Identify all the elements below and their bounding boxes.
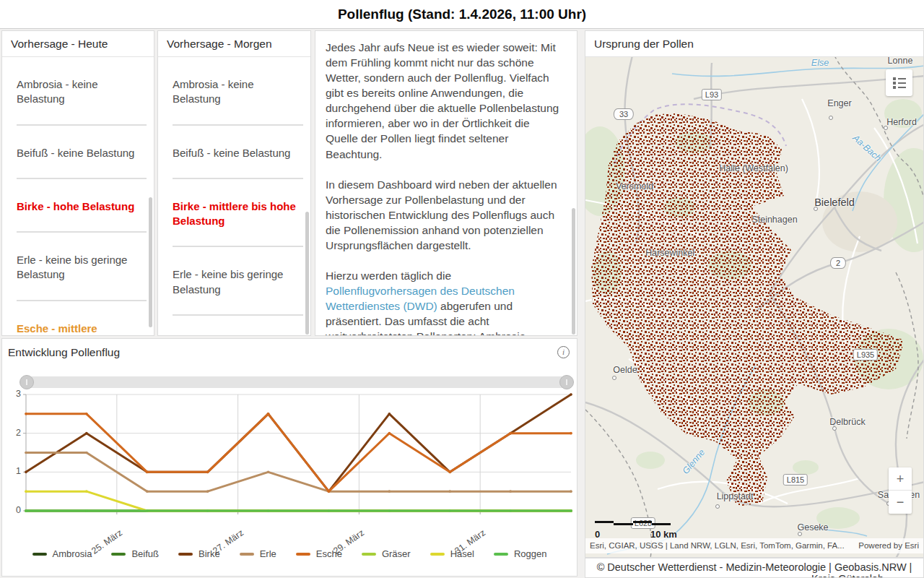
road-shield: L93 bbox=[702, 89, 722, 100]
scrollbar[interactable] bbox=[149, 197, 152, 327]
forecast-item: Ambrosia - keine Belastung bbox=[2, 57, 154, 124]
legend-item-Ambrosia[interactable]: Ambrosia bbox=[32, 548, 92, 559]
map-label-city: Oelde bbox=[613, 365, 637, 375]
map-graphics bbox=[585, 56, 923, 557]
data-point bbox=[206, 490, 209, 493]
time-range-slider[interactable] bbox=[21, 376, 572, 388]
legend-item-Roggen[interactable]: Roggen bbox=[494, 548, 547, 559]
legend-item-Birke[interactable]: Birke bbox=[178, 548, 220, 559]
map-canvas[interactable]: ElseLonneEngerHerfordAa-BachHalle (Westf… bbox=[585, 56, 923, 557]
footer-credits: © Deutscher Wetterdienst - Medizin-Meteo… bbox=[585, 558, 924, 578]
legend-item-Erle[interactable]: Erle bbox=[240, 548, 276, 559]
data-point bbox=[267, 471, 270, 474]
slider-handle-right[interactable] bbox=[559, 375, 574, 389]
data-point bbox=[25, 509, 27, 512]
legend-label: Esche bbox=[316, 548, 342, 559]
panel-map: Ursprung der Pollen bbox=[585, 30, 924, 558]
data-point bbox=[570, 490, 572, 493]
legend-item-Hasel[interactable]: Hasel bbox=[430, 548, 474, 559]
slider-handle-left[interactable] bbox=[19, 375, 34, 389]
city-dot bbox=[829, 116, 833, 120]
powered-by-esri[interactable]: Powered by Esri bbox=[858, 538, 919, 553]
map-label-city: Versmold bbox=[616, 181, 653, 191]
paragraph: Hierzu werden täglich die Pollenflugvorh… bbox=[326, 268, 564, 336]
app-header: Pollenflug (Stand: 1.4.2026, 11:00 Uhr) bbox=[0, 0, 924, 29]
chart-title: Entwicklung Pollenflug bbox=[8, 346, 120, 359]
map-legend-button[interactable] bbox=[886, 69, 912, 96]
legend-swatch bbox=[362, 553, 376, 556]
credit-line-2: Kreis Gütersloh bbox=[585, 573, 923, 578]
legend-label: Erle bbox=[260, 548, 276, 559]
legend-label: Hasel bbox=[450, 548, 474, 559]
zoom-out-button[interactable]: − bbox=[889, 491, 912, 514]
map-attribution: Esri, CGIAR, USGS | Land NRW, LGLN, Esri… bbox=[585, 538, 923, 553]
chart-legend: AmbrosiaBeifußBirkeErleEscheGräserHaselR… bbox=[2, 548, 577, 559]
legend-swatch bbox=[296, 553, 310, 556]
legend-swatch bbox=[32, 553, 47, 556]
data-point bbox=[388, 432, 391, 435]
series-line-Hasel bbox=[26, 491, 571, 511]
data-point bbox=[448, 471, 451, 474]
forecast-item: Ambrosia - keine Belastung bbox=[158, 57, 310, 124]
map-label-city-lg: Bielefeld bbox=[814, 197, 855, 208]
series-line-Esche bbox=[26, 414, 571, 491]
scrollbar[interactable] bbox=[572, 208, 575, 335]
legend-swatch bbox=[178, 553, 193, 556]
legend-item-Beifuß[interactable]: Beifuß bbox=[111, 548, 159, 559]
data-point bbox=[509, 490, 512, 493]
y-tick-label: 1 bbox=[4, 466, 21, 476]
forecast-item: Birke - hohe Belastung bbox=[2, 179, 154, 231]
road-shield: 33 bbox=[614, 108, 634, 120]
map-zoom-controls: + − bbox=[889, 467, 912, 514]
legend-item-Gräser[interactable]: Gräser bbox=[362, 548, 411, 559]
map-label-city: Harsewinkel bbox=[645, 248, 694, 258]
legend-label: Ambrosia bbox=[53, 548, 92, 559]
legend-swatch bbox=[240, 553, 254, 556]
data-point bbox=[206, 509, 209, 512]
text-segment: Jedes Jahr aufs Neue ist es wieder sowei… bbox=[326, 41, 559, 160]
paragraph: In diesem Dashboard wird neben der aktue… bbox=[326, 177, 564, 253]
text-segment: In diesem Dashboard wird neben der aktue… bbox=[326, 178, 557, 251]
data-point bbox=[267, 413, 270, 415]
legend-item-Esche[interactable]: Esche bbox=[296, 548, 342, 559]
legend-swatch bbox=[494, 553, 508, 556]
forecast-list-today: Ambrosia - keine BelastungBeifuß - keine… bbox=[2, 57, 154, 336]
data-point bbox=[146, 490, 149, 493]
data-point bbox=[509, 509, 512, 512]
panel-chart: Entwicklung Pollenflug i 0123 25. März27… bbox=[1, 338, 578, 577]
road-shield: L815 bbox=[783, 474, 808, 486]
y-tick-label: 0 bbox=[4, 505, 21, 515]
map-label-city: Halle (Westfalen) bbox=[719, 163, 788, 173]
data-point bbox=[388, 413, 391, 415]
data-point bbox=[146, 509, 149, 512]
legend-swatch bbox=[111, 553, 126, 556]
scrollbar[interactable] bbox=[305, 212, 309, 335]
city-dot bbox=[814, 207, 818, 211]
data-point bbox=[206, 471, 209, 474]
panel-forecast-tomorrow: Vorhersage - Morgen Ambrosia - keine Bel… bbox=[157, 30, 311, 336]
data-point bbox=[388, 490, 391, 493]
credit-line-1: © Deutscher Wetterdienst - Medizin-Meteo… bbox=[585, 558, 923, 573]
city-dot bbox=[798, 532, 802, 536]
road-shield: L935 bbox=[853, 349, 878, 361]
data-point bbox=[448, 490, 451, 493]
panel-forecast-today: Vorhersage - Heute Ambrosia - keine Bela… bbox=[1, 30, 154, 336]
forecast-item: Erle - keine bis geringe Belastung bbox=[2, 233, 154, 300]
legend-label: Gräser bbox=[382, 548, 411, 559]
data-point bbox=[328, 490, 331, 493]
data-point bbox=[25, 413, 27, 415]
intro-text: Jedes Jahr aufs Neue ist es wieder sowei… bbox=[315, 31, 577, 336]
panel-intro: Jedes Jahr aufs Neue ist es wieder sowei… bbox=[315, 30, 578, 336]
info-icon[interactable]: i bbox=[557, 346, 570, 358]
data-point bbox=[509, 432, 512, 435]
chart-plot-area[interactable] bbox=[26, 394, 571, 511]
zoom-in-button[interactable]: + bbox=[889, 467, 912, 491]
forecast-item: Erle - keine bis geringe Belastung bbox=[158, 247, 310, 314]
forecast-item: Beifuß - keine Belastung bbox=[158, 126, 310, 178]
panel-header: Vorhersage - Morgen bbox=[158, 31, 310, 57]
map-label-city: Geseke bbox=[797, 522, 828, 532]
data-point bbox=[85, 452, 88, 454]
map-label-city: Lippstadt bbox=[717, 491, 754, 501]
data-point bbox=[388, 509, 391, 512]
forecast-item: Esche - mittlere Belastung bbox=[2, 301, 154, 337]
